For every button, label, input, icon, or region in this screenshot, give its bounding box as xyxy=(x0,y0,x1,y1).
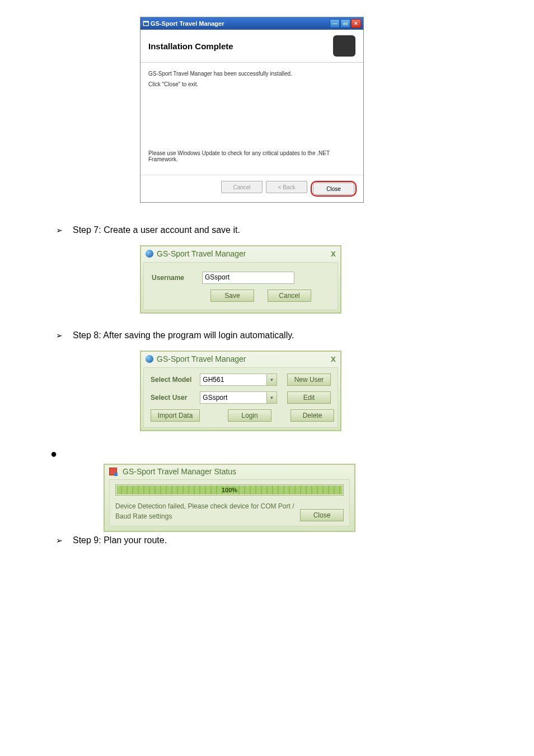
login-dialog-title: GS-Sport Travel Manager xyxy=(157,354,246,363)
user-dialog-body: Username GSsport Save Cancel xyxy=(143,262,338,310)
status-dialog-body: 100% Device Detection failed, Please che… xyxy=(109,479,350,526)
installer-footer: Cancel < Back Close xyxy=(140,175,363,202)
delete-button[interactable]: Delete xyxy=(291,409,334,422)
status-dialog-titlebar: GS-Sport Travel Manager Status xyxy=(105,465,354,479)
step-8-text: Step 8: After saving the program will lo… xyxy=(73,330,294,340)
user-dialog-title: GS-Sport Travel Manager xyxy=(157,249,246,258)
user-dialog-close-icon[interactable]: x xyxy=(331,249,336,259)
chevron-down-icon: ▼ xyxy=(266,374,277,385)
close-button[interactable]: Close xyxy=(313,183,354,195)
minimize-icon[interactable]: — xyxy=(330,19,340,28)
installer-logo-icon xyxy=(333,35,355,57)
username-input[interactable]: GSsport xyxy=(202,272,294,284)
save-button[interactable]: Save xyxy=(210,290,254,302)
close-highlight: Close xyxy=(311,181,357,197)
bullet-arrow-icon: ➢ xyxy=(56,226,63,235)
installer-window: 🗔 GS-Sport Travel Manager — ▭ ✕ Installa… xyxy=(140,17,364,203)
status-close-button[interactable]: Close xyxy=(300,509,344,521)
user-dialog-titlebar: GS-Sport Travel Manager x xyxy=(141,246,340,262)
installer-msg-3: Please use Windows Update to check for a… xyxy=(148,150,355,162)
bullet-arrow-icon: ➢ xyxy=(56,331,63,340)
installer-header: Installation Complete xyxy=(140,30,363,63)
new-user-button[interactable]: New User xyxy=(287,374,331,386)
status-dialog: GS-Sport Travel Manager Status 100% Devi… xyxy=(104,464,355,532)
installer-titlebar: 🗔 GS-Sport Travel Manager — ▭ ✕ xyxy=(140,17,363,30)
installer-body: GS-Sport Travel Manager has been success… xyxy=(140,63,363,175)
login-dialog: GS-Sport Travel Manager x Select Model G… xyxy=(140,351,341,431)
installer-msg-2: Click "Close" to exit. xyxy=(148,81,355,87)
bullet-dot-icon: ● xyxy=(50,448,57,459)
status-row: Device Detection failed, Please check de… xyxy=(115,501,344,521)
close-icon[interactable]: ✕ xyxy=(351,19,361,28)
login-button-row: Import Data Login Delete xyxy=(151,409,331,422)
step-7-line: ➢ Step 7: Create a user account and save… xyxy=(56,225,484,235)
status-dialog-title: GS-Sport Travel Manager Status xyxy=(123,467,236,476)
status-message: Device Detection failed, Please check de… xyxy=(115,501,300,521)
import-data-button[interactable]: Import Data xyxy=(151,409,200,422)
user-dialog: GS-Sport Travel Manager x Username GSspo… xyxy=(140,245,341,314)
step-9-line: ➢ Step 9: Plan your route. xyxy=(56,535,484,545)
select-user-dropdown[interactable]: GSsport ▼ xyxy=(200,391,277,404)
select-model-dropdown[interactable]: GH561 ▼ xyxy=(200,374,277,386)
step-9-text: Step 9: Plan your route. xyxy=(73,535,167,545)
installer-msg-1: GS-Sport Travel Manager has been success… xyxy=(148,71,355,77)
bullet-arrow-icon: ➢ xyxy=(56,536,63,545)
cancel-button: Cancel xyxy=(221,181,263,193)
status-app-icon xyxy=(109,468,117,475)
select-user-label: Select User xyxy=(151,394,200,402)
installer-icon: 🗔 xyxy=(143,20,151,27)
bullet-line: ● xyxy=(50,448,484,459)
select-model-value: GH561 xyxy=(203,376,224,384)
back-button: < Back xyxy=(266,181,307,193)
progress-bar: 100% xyxy=(115,484,344,496)
login-button[interactable]: Login xyxy=(228,409,271,422)
app-globe-icon xyxy=(146,250,153,258)
login-dialog-body: Select Model GH561 ▼ New User Select Use… xyxy=(143,367,338,428)
installer-heading: Installation Complete xyxy=(148,41,233,51)
select-model-label: Select Model xyxy=(151,376,200,384)
select-user-value: GSsport xyxy=(203,394,227,402)
select-user-row: Select User GSsport ▼ Edit xyxy=(151,391,331,404)
edit-button[interactable]: Edit xyxy=(287,391,331,404)
progress-text: 100% xyxy=(222,487,237,493)
installer-title: GS-Sport Travel Manager xyxy=(151,20,224,27)
login-dialog-close-icon[interactable]: x xyxy=(331,354,336,364)
chevron-down-icon: ▼ xyxy=(266,392,277,403)
maximize-icon[interactable]: ▭ xyxy=(340,19,350,28)
username-label: Username xyxy=(152,274,202,282)
username-row: Username GSsport xyxy=(152,272,330,284)
login-dialog-titlebar: GS-Sport Travel Manager x xyxy=(141,352,340,367)
select-model-row: Select Model GH561 ▼ New User xyxy=(151,374,331,386)
cancel-button[interactable]: Cancel xyxy=(268,290,311,302)
app-globe-icon xyxy=(146,355,153,363)
step-7-text: Step 7: Create a user account and save i… xyxy=(73,225,240,235)
step-8-line: ➢ Step 8: After saving the program will … xyxy=(56,330,484,340)
